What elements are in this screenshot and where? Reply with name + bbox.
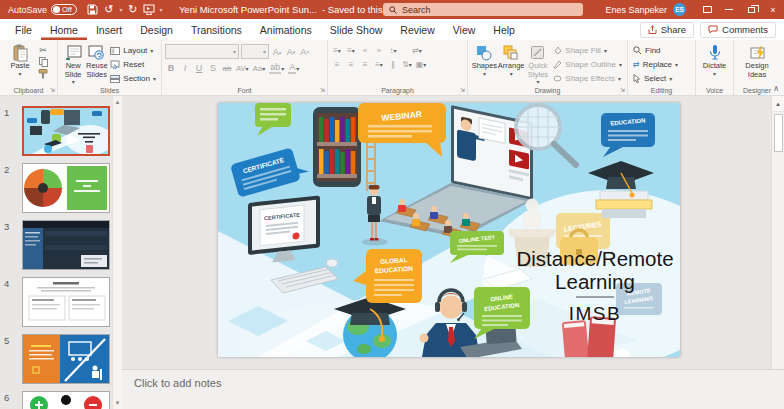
new-slide-button[interactable]: New Slide ▾ xyxy=(61,42,85,86)
layout-button[interactable]: Layout▾ xyxy=(108,44,158,57)
ribbon-display-options-button[interactable] xyxy=(696,0,718,19)
undo-button[interactable]: ↺ xyxy=(101,1,117,18)
slide-thumbnail-3[interactable] xyxy=(22,220,110,270)
close-button[interactable]: × xyxy=(762,0,784,19)
grow-font-button[interactable]: A▴ xyxy=(271,45,283,59)
text-shadow-button[interactable]: S xyxy=(207,61,219,75)
thumbnail-scrollbar[interactable]: ▲ ▼ xyxy=(112,96,122,409)
slide-thumbnail-6[interactable] xyxy=(22,391,110,409)
quick-styles-button[interactable]: Quick Styles ▾ xyxy=(525,42,552,86)
tab-transitions[interactable]: Transitions xyxy=(182,19,251,40)
tab-help[interactable]: Help xyxy=(484,19,524,40)
cut-button[interactable]: ✂ xyxy=(37,44,49,55)
comments-button[interactable]: Comments xyxy=(700,22,776,38)
font-size-select[interactable]: ▾ xyxy=(241,44,269,59)
bold-button[interactable]: B xyxy=(165,61,177,75)
search-input[interactable]: Search xyxy=(383,3,583,16)
format-painter-button[interactable] xyxy=(37,68,49,79)
shape-outline-button[interactable]: Shape Outline▾ xyxy=(551,58,624,71)
dictate-dropdown-icon[interactable]: ▾ xyxy=(713,71,716,78)
slide-thumbnail-2[interactable] xyxy=(22,163,110,213)
align-center-button[interactable]: ≡ xyxy=(345,58,357,70)
slide-thumbnail-1[interactable] xyxy=(22,106,110,156)
tab-design[interactable]: Design xyxy=(131,19,182,40)
tab-slide-show[interactable]: Slide Show xyxy=(321,19,392,40)
text-highlight-button[interactable]: ab▾ xyxy=(268,61,285,75)
tab-review[interactable]: Review xyxy=(391,19,443,40)
justify-button[interactable]: ≡▾ xyxy=(373,58,385,70)
save-button[interactable] xyxy=(85,1,101,18)
tab-file[interactable]: File xyxy=(6,19,41,40)
canvas-scrollbar-thumb[interactable] xyxy=(774,114,783,152)
text-direction-button[interactable]: ⇄▾ xyxy=(411,44,423,56)
avatar[interactable]: ES xyxy=(673,3,686,16)
slide-canvas[interactable]: WEBINAR CERTIFICATE xyxy=(218,103,680,357)
tab-view[interactable]: View xyxy=(444,19,485,40)
clear-formatting-button[interactable]: A× xyxy=(299,45,311,59)
paragraph-dialog-launcher[interactable]: ⇲ xyxy=(460,86,465,94)
design-ideas-button[interactable]: Design Ideas xyxy=(737,42,777,79)
change-case-button[interactable]: Aa▾ xyxy=(251,61,266,75)
find-button[interactable]: Find xyxy=(631,44,680,57)
shrink-font-button[interactable]: A▾ xyxy=(285,45,297,59)
columns-button[interactable]: ∥ xyxy=(387,58,399,70)
tab-insert[interactable]: Insert xyxy=(87,19,131,40)
align-text-button[interactable]: ⇅▾ xyxy=(401,58,413,70)
account-area[interactable]: Enes Sanpeker ES xyxy=(605,3,686,16)
thumbnail-scroll-down-icon[interactable]: ▼ xyxy=(115,397,121,409)
reuse-slides-button[interactable]: Reuse Slides xyxy=(85,42,108,79)
editing-group-label: Editing xyxy=(628,87,695,94)
underline-button[interactable]: U xyxy=(193,61,205,75)
start-slideshow-button[interactable] xyxy=(141,1,157,18)
restore-button[interactable] xyxy=(740,0,762,19)
canvas-scrollbar[interactable]: ▲ xyxy=(771,96,784,369)
select-button[interactable]: Select▾ xyxy=(631,72,680,85)
clipboard-dialog-launcher[interactable]: ⇲ xyxy=(50,86,55,94)
increase-indent-button[interactable]: » xyxy=(373,44,385,56)
new-slide-dropdown-icon[interactable]: ▾ xyxy=(72,79,75,86)
font-group: ▾ ▾ A▴ A▾ A× B I U S ab AV▾ Aa▾ ab▾ A▾ xyxy=(162,40,328,95)
align-right-button[interactable]: ≡ xyxy=(359,58,371,70)
section-button[interactable]: Section▾ xyxy=(108,72,158,85)
notes-panel[interactable]: Click to add notes xyxy=(122,369,784,409)
numbering-button[interactable]: ≡▾ xyxy=(345,44,357,56)
dictate-button[interactable]: Dictate ▾ xyxy=(699,42,730,78)
thumbnail-scroll-up-icon[interactable]: ▲ xyxy=(115,96,121,108)
font-dialog-launcher[interactable]: ⇲ xyxy=(320,86,325,94)
arrange-dropdown-icon[interactable]: ▾ xyxy=(510,71,513,78)
strikethrough-button[interactable]: ab xyxy=(221,61,233,75)
drawing-dialog-launcher[interactable]: ⇲ xyxy=(620,86,625,94)
undo-dropdown-icon[interactable]: ▾ xyxy=(117,6,125,13)
line-spacing-button[interactable]: ↕▾ xyxy=(387,44,399,56)
decrease-indent-button[interactable]: « xyxy=(359,44,371,56)
canvas-scroll-up-icon[interactable]: ▲ xyxy=(772,96,784,112)
document-title-area[interactable]: Yeni Microsoft PowerPoint Sun... - Saved… xyxy=(179,4,412,15)
reset-button[interactable]: Reset xyxy=(108,58,158,71)
font-color-button[interactable]: A▾ xyxy=(287,61,300,75)
italic-button[interactable]: I xyxy=(179,61,191,75)
minimize-button[interactable] xyxy=(718,0,740,19)
shapes-dropdown-icon[interactable]: ▾ xyxy=(483,71,486,78)
autosave-toggle[interactable]: AutoSave Off xyxy=(8,4,77,15)
shapes-button[interactable]: Shapes ▾ xyxy=(471,42,498,78)
arrange-button[interactable]: Arrange ▾ xyxy=(498,42,525,78)
align-left-button[interactable]: ≡ xyxy=(331,58,343,70)
shape-effects-button[interactable]: Shape Effects▾ xyxy=(551,72,624,85)
character-spacing-button[interactable]: AV▾ xyxy=(235,61,249,75)
share-button[interactable]: Share xyxy=(640,22,694,38)
redo-button[interactable]: ↻ xyxy=(125,1,141,18)
replace-button[interactable]: ⇄ Replace▾ xyxy=(631,58,680,71)
slide-thumbnail-4[interactable] xyxy=(22,277,110,327)
shape-fill-button[interactable]: Shape Fill▾ xyxy=(551,44,624,57)
quick-access-customize-icon[interactable]: ▾ xyxy=(157,6,165,13)
bullets-button[interactable]: ≡▾ xyxy=(331,44,343,56)
tab-home[interactable]: Home xyxy=(41,19,87,40)
smartart-convert-button[interactable]: ▣▾ xyxy=(415,58,427,70)
copy-button[interactable] xyxy=(37,56,49,67)
paste-button[interactable]: Paste ▾ xyxy=(3,42,37,78)
paste-dropdown-icon[interactable]: ▾ xyxy=(18,71,21,78)
tab-animations[interactable]: Animations xyxy=(251,19,321,40)
collapse-ribbon-button[interactable]: ∧ xyxy=(773,84,779,93)
slide-thumbnail-5[interactable] xyxy=(22,334,110,384)
font-name-select[interactable]: ▾ xyxy=(165,44,239,59)
